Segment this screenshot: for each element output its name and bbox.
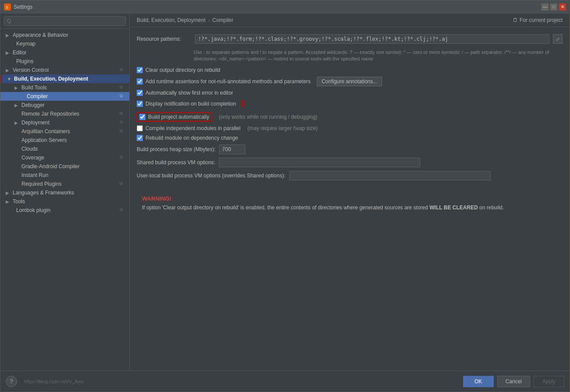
- warning-box: WARNING! If option 'Clear output directo…: [137, 189, 563, 217]
- expand-button[interactable]: ⤢: [553, 34, 563, 44]
- sidebar-item-label: Build Tools: [21, 85, 118, 91]
- arrow-icon: ▶: [14, 103, 21, 108]
- heap-size-row: Build process heap size (Mbytes):: [137, 145, 563, 154]
- sidebar-item-lombok[interactable]: Lombok plugin ⧉: [0, 206, 129, 215]
- sidebar-item-build-execution[interactable]: ▼ Build, Execution, Deployment: [0, 74, 129, 83]
- resource-patterns-input[interactable]: [195, 34, 549, 44]
- copy-icon: ⧉: [120, 111, 126, 117]
- compile-parallel-checkbox[interactable]: [137, 125, 143, 131]
- sidebar-item-label: Gradle-Android Compiler: [21, 163, 126, 170]
- arrow-placeholder: [9, 42, 15, 46]
- sidebar-item-appearance[interactable]: ▶ Appearance & Behavior: [0, 31, 129, 39]
- arrow-icon: ▶: [6, 191, 12, 195]
- help-button[interactable]: ?: [6, 376, 17, 387]
- copy-icon: ⧉: [120, 128, 126, 134]
- settings-window: S Settings — □ ✕ ▶ Appearance & Behavior: [0, 0, 570, 392]
- sidebar-item-debugger[interactable]: ▶ Debugger: [0, 101, 129, 109]
- sidebar-item-keymap[interactable]: Keymap: [0, 39, 129, 48]
- build-auto-label[interactable]: Build project automatically: [148, 114, 209, 120]
- arrow-icon: ▶: [6, 68, 12, 73]
- sidebar-item-required-plugins[interactable]: Required Plugins ⧉: [0, 180, 129, 188]
- heap-input[interactable]: [219, 145, 245, 154]
- display-notification-checkbox[interactable]: [137, 101, 143, 107]
- window-title: Settings: [14, 4, 542, 10]
- sidebar-item-label: Plugins: [16, 58, 126, 64]
- clear-output-row: Clear output directory on rebuild: [137, 67, 563, 73]
- expand-icon: ▼: [7, 77, 13, 81]
- clear-output-checkbox[interactable]: [137, 67, 143, 73]
- breadcrumb-current: Compiler: [212, 17, 234, 23]
- shared-vm-input[interactable]: [219, 158, 420, 167]
- compile-parallel-row: Compile independent modules in parallel …: [137, 125, 563, 131]
- resource-patterns-label: Resource patterns:: [137, 34, 191, 44]
- bottom-right: OK Cancel Apply: [463, 376, 564, 387]
- sidebar-item-build-tools[interactable]: ▶ Build Tools ⧉: [0, 83, 129, 92]
- ok-button[interactable]: OK: [463, 376, 494, 387]
- sidebar-item-application-servers[interactable]: Application Servers: [0, 136, 129, 145]
- bottom-left: ?: [6, 376, 17, 387]
- clear-output-label[interactable]: Clear output directory on rebuild: [145, 67, 220, 73]
- sidebar-item-label: Deployment: [21, 120, 118, 126]
- sidebar-item-editor[interactable]: ▶ Editor: [0, 48, 129, 57]
- resource-patterns-hint: Use ; to separate patterns and ! to nega…: [194, 49, 563, 63]
- project-icon: 🗒: [513, 17, 518, 23]
- sidebar-item-label: Editor: [13, 49, 126, 56]
- rebuild-module-label[interactable]: Rebuild module on dependency change: [145, 135, 238, 141]
- arrow-placeholder: [14, 138, 21, 143]
- sidebar-item-remote-jar[interactable]: Remote Jar Repositories ⧉: [0, 109, 129, 118]
- rebuild-module-checkbox[interactable]: [137, 135, 143, 141]
- sidebar-item-version-control[interactable]: ▶ Version Control ⧉: [0, 66, 129, 74]
- auto-show-checkbox[interactable]: [137, 90, 143, 96]
- display-notification-label[interactable]: Display notification on build completion: [145, 101, 236, 107]
- cancel-button[interactable]: Cancel: [497, 376, 530, 387]
- sidebar-item-instant-run[interactable]: Instant Run: [0, 171, 129, 180]
- main-content: ▶ Appearance & Behavior Keymap ▶ Editor …: [0, 14, 570, 371]
- sidebar-item-coverage[interactable]: Coverage ⧉: [0, 153, 129, 162]
- arrow-placeholder: [14, 129, 21, 134]
- compile-parallel-label[interactable]: Compile independent modules in parallel: [145, 125, 241, 131]
- bottom-bar: ? https://blog.csdn.net/V_Axis OK Cancel…: [0, 371, 570, 392]
- user-vm-label: User-local build process VM options (ove…: [137, 171, 286, 180]
- sidebar-item-gradle-android[interactable]: Gradle-Android Compiler: [0, 162, 129, 171]
- url-bar: https://blog.csdn.net/V_Axis: [24, 379, 84, 384]
- user-vm-row: User-local build process VM options (ove…: [137, 171, 563, 180]
- sidebar-item-deployment[interactable]: ▶ Deployment ⧉: [0, 118, 129, 127]
- breadcrumb-path: Build, Execution, Deployment: [137, 17, 205, 23]
- rebuild-module-row: Rebuild module on dependency change: [137, 135, 563, 141]
- build-auto-checkbox[interactable]: [139, 114, 145, 120]
- annotation-badge: 3: [241, 99, 245, 109]
- sidebar-item-languages[interactable]: ▶ Languages & Frameworks: [0, 188, 129, 197]
- copy-icon: ⧉: [120, 155, 126, 161]
- project-link[interactable]: 🗒 For current project: [513, 17, 563, 23]
- window-controls: — □ ✕: [542, 4, 566, 11]
- resource-patterns-row: Resource patterns: ⤢: [137, 34, 563, 44]
- sidebar-item-compiler[interactable]: Compiler ⧉: [0, 92, 129, 101]
- sidebar-item-label: Compiler: [27, 93, 118, 99]
- maximize-button[interactable]: □: [550, 4, 557, 11]
- sidebar-item-tools[interactable]: ▶ Tools: [0, 197, 129, 206]
- search-input[interactable]: [4, 16, 126, 26]
- close-button[interactable]: ✕: [559, 4, 566, 11]
- minimize-button[interactable]: —: [542, 4, 549, 11]
- warning-body: If option 'Clear output directory on reb…: [142, 204, 557, 212]
- sidebar-item-label: Required Plugins: [21, 181, 118, 187]
- compile-parallel-note: (may require larger heap size): [248, 125, 318, 131]
- runtime-assertions-label[interactable]: Add runtime assertions for not-null-anno…: [145, 78, 311, 85]
- sidebar-item-label: Application Servers: [21, 137, 126, 143]
- search-box: [0, 14, 129, 29]
- sidebar-item-arquillian[interactable]: Arquillian Containers ⧉: [0, 127, 129, 136]
- arrow-icon: ▶: [6, 50, 12, 55]
- sidebar-item-label: Lombok plugin: [16, 207, 118, 213]
- sidebar-item-label: Keymap: [16, 41, 126, 47]
- main-panel: Build, Execution, Deployment › Compiler …: [130, 14, 570, 371]
- sidebar-item-clouds[interactable]: Clouds: [0, 145, 129, 153]
- sidebar-item-plugins[interactable]: Plugins: [0, 57, 129, 66]
- user-vm-input[interactable]: [289, 171, 491, 180]
- auto-show-row: Automatically show first error in editor: [137, 90, 563, 96]
- auto-show-label[interactable]: Automatically show first error in editor: [145, 90, 233, 96]
- breadcrumb: Build, Execution, Deployment › Compiler …: [130, 14, 570, 27]
- build-auto-highlighted: Build project automatically: [137, 112, 212, 122]
- configure-annotations-button[interactable]: Configure annotations...: [317, 77, 382, 86]
- runtime-assertions-checkbox[interactable]: [137, 78, 143, 85]
- apply-button[interactable]: Apply: [534, 376, 564, 387]
